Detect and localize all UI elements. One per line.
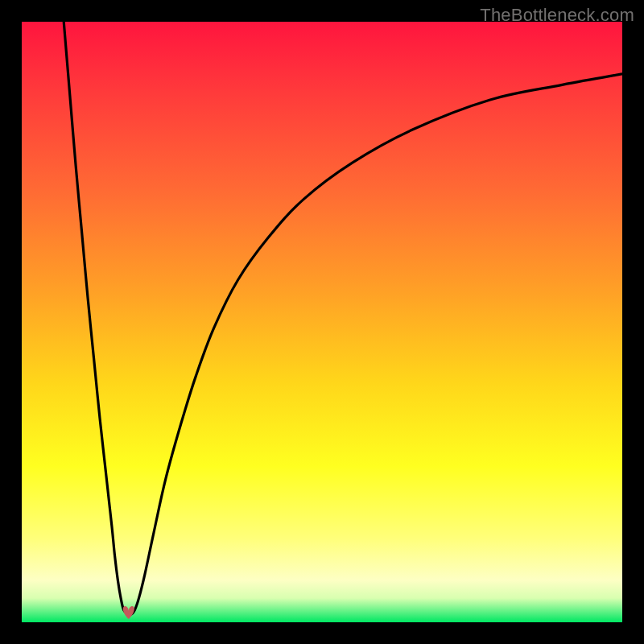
chart-container: TheBottleneck.com <box>0 0 644 644</box>
plot-area <box>22 22 622 622</box>
heart-marker <box>123 606 134 619</box>
watermark-text: TheBottleneck.com <box>480 5 634 26</box>
bottleneck-curve <box>22 22 622 622</box>
